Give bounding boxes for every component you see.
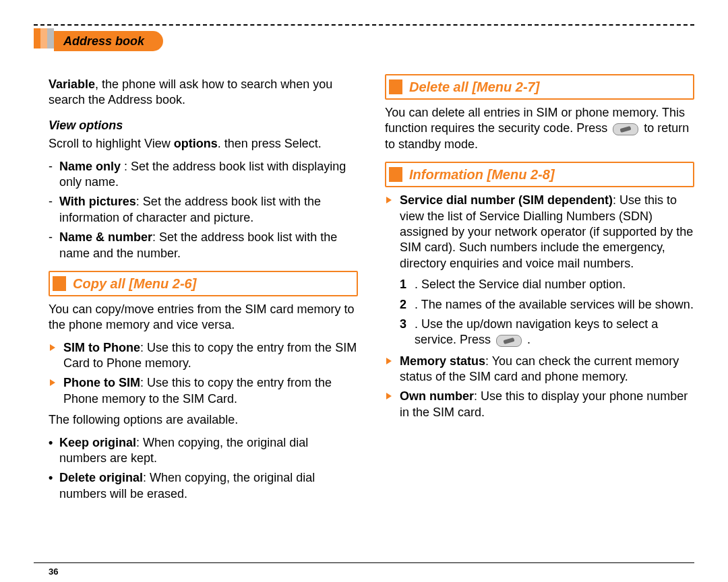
section-marker-icon [389, 79, 402, 94]
section-information: Information [Menu 2-8] [385, 162, 694, 187]
stripe-icon [40, 28, 47, 48]
item-bold: With pictures [59, 195, 136, 208]
step-text: . The names of the available services wi… [415, 298, 694, 311]
list-item: Delete original: When copying, the origi… [49, 470, 358, 502]
vo-lead-post: . then press Select. [218, 137, 322, 150]
list-item: SIM to Phone: Use this to copy the entry… [49, 340, 358, 372]
step-post: . [524, 333, 530, 346]
item-bold: Name & number [59, 230, 152, 244]
item-bold: Phone to SIM [63, 376, 140, 389]
item-bold: Service dial number (SIM dependent) [400, 193, 613, 207]
top-dashed-rule [34, 24, 694, 26]
header-title: Address book [63, 34, 144, 48]
list-item: Own number: Use this to display your pho… [385, 389, 694, 420]
content-columns: Variable, the phone will ask how to sear… [49, 74, 694, 542]
header-stripes [34, 28, 54, 54]
section-header-tab: Address book [34, 28, 163, 54]
list-item: Memory status: You can check the current… [385, 354, 694, 385]
list-item: Keep original: When copying, the origina… [49, 435, 358, 467]
list-item: 3. Use the up/down navigation keys to se… [400, 317, 694, 348]
section-marker-icon [389, 167, 402, 182]
item-bold: Name only [59, 160, 121, 173]
view-options-heading: View options [49, 118, 358, 133]
copy-all-arrow-list: SIM to Phone: Use this to copy the entry… [49, 340, 358, 408]
section-copy-all: Copy all [Menu 2-6] [49, 271, 358, 296]
section-title: Copy all [Menu 2-6] [73, 275, 196, 292]
right-column: Delete all [Menu 2-7] You can delete all… [385, 74, 694, 542]
stripe-icon [47, 28, 54, 48]
manual-page: Address book Variable, the phone will as… [0, 0, 728, 582]
info-steps-list: 1. Select the Service dial number option… [385, 277, 694, 348]
copy-all-lead: You can copy/move entries from the SIM c… [49, 302, 358, 333]
end-key-icon [496, 335, 522, 347]
list-item: 2. The names of the available services w… [400, 297, 694, 313]
list-item: Name & number: Set the address book list… [49, 230, 358, 261]
item-bold: Keep original [59, 436, 136, 449]
list-item: With pictures: Set the address book list… [49, 194, 358, 226]
section-title: Delete all [Menu 2-7] [409, 78, 539, 96]
step-number: 1 [400, 277, 406, 292]
section-delete-all: Delete all [Menu 2-7] [385, 74, 694, 100]
section-title: Information [Menu 2-8] [409, 166, 555, 183]
item-bold: SIM to Phone [63, 341, 140, 354]
info-sdn-list: Service dial number (SIM dependent): Use… [385, 193, 694, 271]
item-bold: Memory status [400, 354, 485, 368]
view-options-lead: Scroll to highlight View options. then p… [49, 136, 358, 152]
page-number: 36 [49, 567, 58, 577]
left-column: Variable, the phone will ask how to sear… [49, 74, 358, 542]
step-text: . Select the Service dial number option. [415, 278, 626, 291]
list-item: Service dial number (SIM dependent): Use… [385, 193, 694, 271]
intro-paragraph: Variable, the phone will ask how to sear… [49, 77, 358, 108]
vo-lead-pre: Scroll to highlight View [49, 137, 174, 150]
delete-all-lead: You can delete all entries in SIM or pho… [385, 105, 694, 152]
item-bold: Delete original [59, 471, 143, 484]
list-item: Phone to SIM: Use this to copy the entry… [49, 375, 358, 407]
list-item: Name only : Set the address book list wi… [49, 159, 358, 191]
step-number: 2 [400, 297, 406, 313]
section-marker-icon [53, 276, 66, 291]
intro-bold: Variable [49, 77, 95, 91]
footer-rule [34, 562, 694, 563]
step-number: 3 [400, 317, 406, 332]
item-bold: Own number [400, 389, 474, 403]
list-item: 1. Select the Service dial number option… [400, 277, 694, 292]
info-arrow-list: Memory status: You can check the current… [385, 354, 694, 421]
vo-lead-bold: options [174, 137, 218, 150]
step-pre: . Use the up/down navigation keys to sel… [415, 317, 658, 346]
copy-all-bullet-list: Keep original: When copying, the origina… [49, 435, 358, 503]
copy-all-options-lead: The following options are available. [49, 412, 358, 428]
stripe-icon [34, 28, 40, 48]
header-tab-body: Address book [54, 31, 163, 51]
view-options-list: Name only : Set the address book list wi… [49, 159, 358, 261]
end-key-icon [613, 123, 638, 135]
